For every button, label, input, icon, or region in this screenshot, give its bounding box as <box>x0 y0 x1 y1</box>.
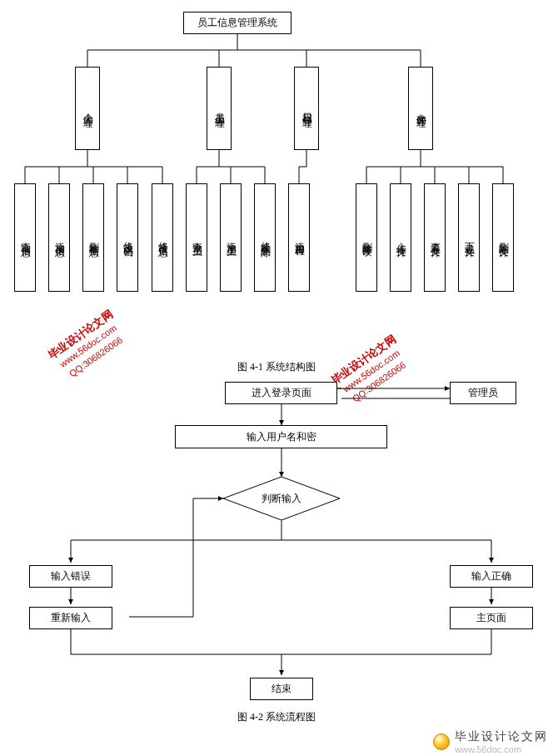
flow-right: 输入正确 <box>450 565 533 588</box>
globe-icon <box>433 733 450 750</box>
caption-fig2: 图 4-2 系统流程图 <box>0 710 553 724</box>
leaf-12: 下载文件 <box>458 183 480 292</box>
tree-l1-1: 员工管理 <box>207 67 232 150</box>
flow-wrong: 输入错误 <box>29 565 112 588</box>
leaf-6: 添加员工 <box>220 183 242 292</box>
leaf-7: 修改删除 <box>254 183 276 292</box>
caption-fig1: 图 4-1 系统结构图 <box>0 360 553 374</box>
leaf-5: 查询员工 <box>186 183 207 292</box>
leaf-4: 修改信息 <box>152 183 173 292</box>
leaf-13: 删除文件 <box>492 183 514 292</box>
flow-admin: 管理员 <box>450 382 516 404</box>
leaf-8: 添加日程 <box>288 183 310 292</box>
flow-mainpage: 主页面 <box>450 607 533 629</box>
tree-root: 员工信息管理系统 <box>183 12 291 34</box>
leaf-2: 删除信息 <box>82 183 104 292</box>
flow-reinput: 重新输入 <box>29 607 112 629</box>
footer-watermark: 毕业设计论文网 www.56doc.com <box>433 729 548 754</box>
tree-l1-0: 个人管理 <box>75 67 100 150</box>
leaf-3: 修改密码 <box>117 183 138 292</box>
tree-l1-2: 日程管理 <box>294 67 319 150</box>
leaf-1: 添加信息 <box>48 183 70 292</box>
leaf-9: 删除修改 <box>356 183 377 292</box>
flow-creds: 输入用户名和密 <box>175 425 387 448</box>
flow-enter: 进入登录页面 <box>225 382 337 404</box>
leaf-0: 查询信息 <box>14 183 36 292</box>
leaf-11: 查看文件 <box>424 183 446 292</box>
tree-l1-3: 文件管理 <box>408 67 433 150</box>
leaf-10: 上传文件 <box>390 183 411 292</box>
flow-end: 结束 <box>250 678 313 700</box>
flow-decide: 判断输入 <box>223 477 340 520</box>
